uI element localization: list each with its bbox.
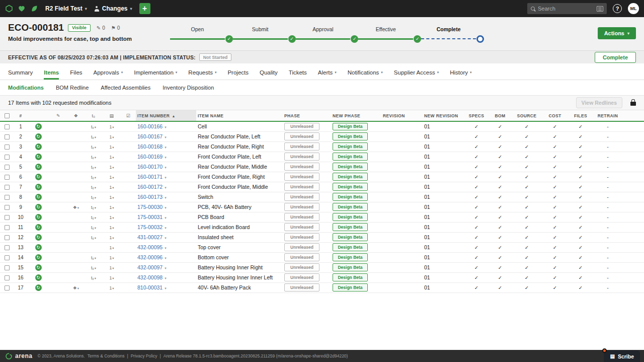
chevron-down-icon[interactable]: ▾	[165, 125, 167, 129]
row-checkbox[interactable]	[5, 195, 10, 200]
item-number-link[interactable]: 160-00172	[137, 184, 163, 190]
chevron-down-icon[interactable]: ▾	[165, 226, 167, 230]
sustainability-leaf-icon[interactable]	[30, 5, 38, 13]
tab-approvals[interactable]: Approvals▾	[94, 69, 123, 80]
quantity-dropdown[interactable]: 1▾	[110, 215, 114, 220]
quantity-dropdown[interactable]: 1▾	[110, 165, 114, 170]
create-new-button[interactable]: +	[139, 3, 150, 14]
col-files[interactable]: FILES	[569, 110, 593, 121]
subtab-inventory-disposition[interactable]: Inventory Disposition	[163, 85, 214, 91]
item-number-link[interactable]: 160-00169	[137, 154, 163, 160]
tab-files[interactable]: Files	[70, 69, 82, 80]
effectivity-dropdown[interactable]: t₀▾	[91, 275, 96, 280]
row-checkbox[interactable]	[5, 155, 10, 160]
quantity-dropdown[interactable]: 1▾	[110, 134, 114, 139]
quantity-dropdown[interactable]: 1▾	[110, 155, 114, 160]
col-resolved[interactable]: ☑	[121, 110, 136, 121]
row-checkbox[interactable]	[5, 245, 10, 250]
view-redlines-button[interactable]: View Redlines	[576, 97, 622, 108]
tab-requests[interactable]: Requests▾	[188, 69, 216, 80]
row-checkbox[interactable]	[5, 235, 10, 240]
advanced-search-icon[interactable]	[597, 6, 603, 12]
col-retrain[interactable]: RETRAIN	[593, 110, 623, 121]
col-new-revision[interactable]: NEW REVISION	[423, 110, 465, 121]
subtab-modifications[interactable]: Modifications	[8, 85, 44, 91]
chevron-down-icon[interactable]: ▾	[165, 156, 167, 159]
tab-alerts[interactable]: Alerts▾	[318, 69, 337, 80]
item-number-link[interactable]: 810-00031	[137, 284, 163, 291]
tab-quality[interactable]: Quality	[260, 69, 278, 80]
help-button[interactable]: ?	[613, 4, 622, 13]
subtab-affected-assemblies[interactable]: Affected Assemblies	[101, 85, 150, 91]
col-revision[interactable]: REVISION	[381, 110, 423, 121]
quantity-dropdown[interactable]: 1▾	[110, 245, 114, 250]
quantity-dropdown[interactable]: 1▾	[110, 124, 114, 129]
effectivity-dropdown[interactable]: t₀▾	[91, 144, 96, 150]
item-number-link[interactable]: 160-00171	[137, 174, 163, 180]
workspace-selector[interactable]: R2 Field Test ▾	[45, 5, 87, 12]
where-used-dropdown[interactable]: ❖▾	[73, 205, 79, 210]
chevron-down-icon[interactable]: ▾	[165, 166, 167, 169]
quantity-dropdown[interactable]: 1▾	[110, 275, 114, 280]
effectivity-dropdown[interactable]: t₀▾	[91, 195, 96, 200]
select-all-checkbox[interactable]	[5, 113, 10, 118]
col-item-name[interactable]: ITEM NAME	[196, 110, 283, 121]
effectivity-dropdown[interactable]: t₀▾	[91, 255, 96, 260]
quantity-dropdown[interactable]: 1▾	[110, 185, 114, 190]
quantity-dropdown[interactable]: 1▾	[110, 285, 114, 291]
tab-projects[interactable]: Projects	[227, 69, 249, 80]
quantity-dropdown[interactable]: 1▾	[110, 205, 114, 210]
terms-link[interactable]: Terms & Conditions	[88, 353, 125, 358]
col-document[interactable]: ▤	[103, 110, 121, 121]
chevron-down-icon[interactable]: ▾	[165, 176, 167, 179]
effectivity-dropdown[interactable]: t₀▾	[91, 235, 96, 240]
row-checkbox[interactable]	[5, 165, 10, 170]
col-specs[interactable]: SPECS	[465, 110, 488, 121]
user-avatar[interactable]: ML	[628, 3, 639, 14]
search-box[interactable]	[527, 3, 607, 14]
row-checkbox[interactable]	[5, 134, 10, 139]
search-input[interactable]	[538, 6, 594, 12]
row-checkbox[interactable]	[5, 215, 10, 220]
chevron-down-icon[interactable]: ▾	[165, 186, 167, 189]
effectivity-dropdown[interactable]: t₀▾	[91, 165, 96, 170]
tab-notifications[interactable]: Notifications▾	[348, 69, 383, 80]
quantity-dropdown[interactable]: 1▾	[110, 235, 114, 240]
item-number-link[interactable]: 432-00095	[137, 244, 163, 250]
lock-icon[interactable]	[630, 102, 636, 106]
col-where-used[interactable]: ❖	[67, 110, 85, 121]
col-source[interactable]: SOURCE	[512, 110, 541, 121]
scribe-widget[interactable]: ▤ Scribe	[604, 350, 640, 362]
item-number-link[interactable]: 160-00170	[137, 164, 163, 170]
col-edit[interactable]: ✎	[49, 110, 67, 121]
quantity-dropdown[interactable]: 1▾	[110, 144, 114, 150]
favorites-heart-icon[interactable]	[18, 5, 26, 13]
chevron-down-icon[interactable]: ▾	[165, 286, 167, 290]
tab-summary[interactable]: Summary	[8, 69, 33, 80]
row-checkbox[interactable]	[5, 225, 10, 230]
chevron-down-icon[interactable]: ▾	[165, 236, 167, 240]
row-checkbox[interactable]	[5, 285, 10, 291]
item-number-link[interactable]: 160-00173	[137, 194, 163, 200]
chevron-down-icon[interactable]: ▾	[165, 196, 167, 199]
tab-items[interactable]: Items	[44, 69, 59, 80]
tab-supplier-access[interactable]: Supplier Access▾	[394, 69, 439, 80]
chevron-down-icon[interactable]: ▾	[165, 246, 167, 250]
row-checkbox[interactable]	[5, 185, 10, 190]
row-checkbox[interactable]	[5, 205, 10, 210]
row-checkbox[interactable]	[5, 275, 10, 280]
row-checkbox[interactable]	[5, 255, 10, 260]
effectivity-dropdown[interactable]: t₀▾	[91, 134, 96, 139]
actions-button[interactable]: Actions ▾	[598, 27, 636, 39]
quantity-dropdown[interactable]: 1▾	[110, 225, 114, 230]
flag-count-button[interactable]: ⚑ 0	[111, 25, 120, 31]
markup-count-button[interactable]: ✎ 0	[97, 25, 105, 31]
changes-selector[interactable]: Changes ▾	[94, 5, 132, 12]
chevron-down-icon[interactable]: ▾	[165, 216, 167, 220]
item-number-link[interactable]: 432-00096	[137, 254, 163, 260]
tab-history[interactable]: History▾	[450, 69, 471, 80]
col-num[interactable]: #	[14, 110, 27, 121]
quantity-dropdown[interactable]: 1▾	[110, 195, 114, 200]
row-checkbox[interactable]	[5, 124, 10, 129]
chevron-down-icon[interactable]: ▾	[165, 135, 167, 139]
